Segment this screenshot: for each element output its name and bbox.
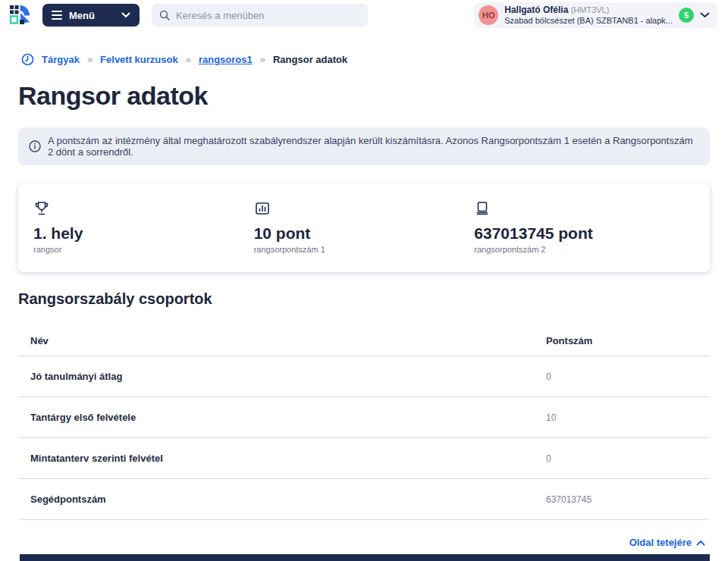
topbar: Menü HO Hallgató Ofélia (HMT3VL) Szabad … bbox=[0, 0, 728, 29]
column-header-name: Név bbox=[18, 335, 546, 346]
breadcrumb-separator: » bbox=[186, 54, 191, 65]
user-menu[interactable]: HO Hallgató Ofélia (HMT3VL) Szabad bölcs… bbox=[474, 2, 717, 28]
breadcrumb-separator: » bbox=[260, 54, 265, 65]
table-row[interactable]: Tantárgy első felvétele 10 bbox=[18, 397, 710, 438]
rank-summary-card: 1. hely rangsor 10 pont rangsorpontszám … bbox=[18, 183, 710, 272]
breadcrumb-link-rangsoros1[interactable]: rangsoros1 bbox=[199, 54, 253, 65]
stat-points1: 10 pont rangsorpontszám 1 bbox=[254, 199, 475, 254]
column-header-points: Pontszám bbox=[546, 335, 710, 346]
page-title: Rangsor adatok bbox=[18, 81, 728, 111]
book-icon bbox=[474, 199, 695, 217]
section-title: Rangsorszabály csoportok bbox=[18, 290, 728, 308]
history-clock-icon[interactable] bbox=[21, 53, 34, 66]
breadcrumb-current: Rangsor adatok bbox=[273, 54, 347, 65]
breadcrumb-separator: » bbox=[87, 54, 93, 65]
trophy-icon bbox=[33, 199, 254, 217]
stat-points2-label: rangsorpontszám 2 bbox=[474, 245, 695, 254]
info-banner: A pontszám az intézmény által meghatároz… bbox=[18, 127, 710, 165]
row-name: Segédpontszám bbox=[18, 494, 546, 505]
menu-search[interactable] bbox=[152, 4, 368, 27]
stat-rank: 1. hely rangsor bbox=[33, 199, 254, 254]
menu-button[interactable]: Menü bbox=[42, 4, 140, 27]
row-points: 0 bbox=[546, 453, 710, 464]
footer-bar bbox=[20, 554, 710, 561]
table-row[interactable]: Mintatanterv szerinti felvétel 0 bbox=[18, 438, 710, 479]
chevron-down-icon bbox=[700, 12, 710, 18]
stat-rank-label: rangsor bbox=[33, 245, 254, 254]
stat-points2-value: 637013745 pont bbox=[474, 224, 695, 243]
chevron-up-icon bbox=[696, 540, 705, 546]
menu-button-label: Menü bbox=[69, 10, 95, 21]
back-to-top-label: Oldal tetejére bbox=[629, 537, 692, 548]
info-banner-text: A pontszám az intézmény által meghatároz… bbox=[48, 135, 699, 158]
breadcrumb: Tárgyak » Felvett kurzusok » rangsoros1 … bbox=[21, 53, 728, 66]
row-name: Tantárgy első felvétele bbox=[18, 412, 546, 423]
stat-rank-value: 1. hely bbox=[33, 224, 254, 243]
breadcrumb-link-felvett-kurzusok[interactable]: Felvett kurzusok bbox=[100, 54, 178, 65]
row-points: 10 bbox=[546, 412, 710, 423]
user-name: Hallgató Ofélia bbox=[504, 5, 568, 15]
hamburger-icon bbox=[52, 11, 62, 20]
user-code: (HMT3VL) bbox=[571, 5, 610, 14]
table-row[interactable]: Segédpontszám 637013745 bbox=[18, 479, 710, 520]
notification-badge[interactable]: 5 bbox=[679, 8, 694, 23]
back-to-top-link[interactable]: Oldal tetejére bbox=[0, 537, 705, 548]
table-row[interactable]: Jó tanulmányi átlag 0 bbox=[18, 356, 710, 397]
chevron-down-icon bbox=[121, 12, 130, 18]
table-header-row: Név Pontszám bbox=[18, 326, 710, 356]
breadcrumb-link-targyak[interactable]: Tárgyak bbox=[42, 54, 80, 65]
search-input[interactable] bbox=[176, 10, 360, 21]
row-name: Mintatanterv szerinti felvétel bbox=[18, 453, 546, 464]
info-icon bbox=[29, 140, 41, 152]
row-name: Jó tanulmányi átlag bbox=[18, 371, 546, 382]
stat-points1-label: rangsorpontszám 1 bbox=[254, 245, 475, 254]
bar-chart-icon bbox=[254, 199, 475, 217]
avatar: HO bbox=[479, 5, 498, 25]
app-logo-icon[interactable] bbox=[9, 5, 30, 26]
user-program: Szabad bölcsészet (BA) SZBTANB1 - alapk.… bbox=[504, 16, 673, 27]
stat-points1-value: 10 pont bbox=[254, 224, 475, 243]
rank-rules-table: Név Pontszám Jó tanulmányi átlag 0 Tantá… bbox=[18, 326, 710, 520]
search-icon bbox=[159, 10, 170, 20]
row-points: 0 bbox=[546, 371, 710, 382]
stat-points2: 637013745 pont rangsorpontszám 2 bbox=[474, 199, 695, 254]
row-points: 637013745 bbox=[546, 494, 710, 505]
